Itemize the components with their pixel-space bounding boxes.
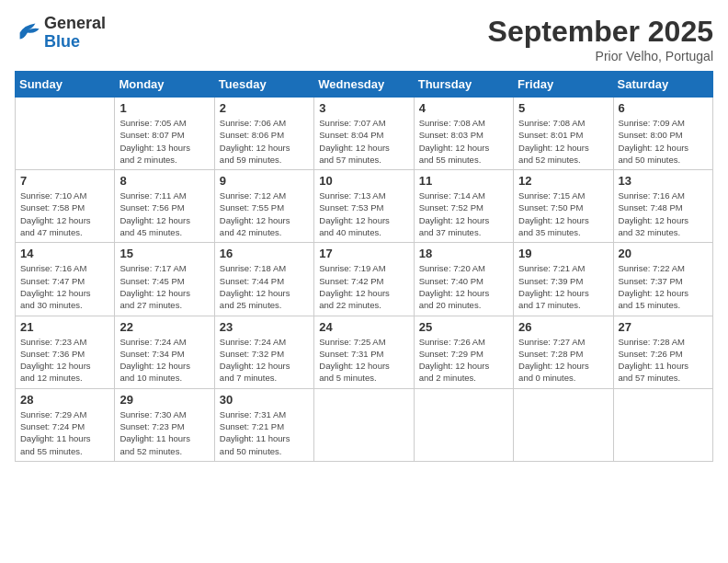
page-header: General Blue September 2025 Prior Velho,… xyxy=(15,15,713,63)
header-friday: Friday xyxy=(514,72,613,98)
calendar-week-row: 7Sunrise: 7:10 AMSunset: 7:58 PMDaylight… xyxy=(16,170,713,243)
day-number: 5 xyxy=(518,101,608,115)
day-info: Sunrise: 7:10 AMSunset: 7:58 PMDaylight:… xyxy=(20,190,109,238)
logo-bird-icon xyxy=(15,20,40,42)
day-number: 14 xyxy=(20,247,109,260)
table-row: 28Sunrise: 7:29 AMSunset: 7:24 PMDayligh… xyxy=(16,388,115,461)
day-number: 30 xyxy=(220,393,309,407)
header-thursday: Thursday xyxy=(414,72,513,98)
table-row xyxy=(16,98,115,170)
day-info: Sunrise: 7:28 AMSunset: 7:26 PMDaylight:… xyxy=(619,336,708,385)
header-tuesday: Tuesday xyxy=(214,72,313,98)
table-row: 5Sunrise: 7:08 AMSunset: 8:01 PMDaylight… xyxy=(514,98,613,170)
day-info: Sunrise: 7:21 AMSunset: 7:39 PMDaylight:… xyxy=(518,262,608,311)
table-row: 27Sunrise: 7:28 AMSunset: 7:26 PMDayligh… xyxy=(613,316,712,388)
calendar-table: Sunday Monday Tuesday Wednesday Thursday… xyxy=(15,71,713,462)
calendar-week-row: 21Sunrise: 7:23 AMSunset: 7:36 PMDayligh… xyxy=(16,316,713,388)
day-info: Sunrise: 7:24 AMSunset: 7:34 PMDaylight:… xyxy=(119,336,209,385)
calendar-week-row: 14Sunrise: 7:16 AMSunset: 7:47 PMDayligh… xyxy=(16,243,713,316)
table-row: 24Sunrise: 7:25 AMSunset: 7:31 PMDayligh… xyxy=(314,316,414,388)
table-row: 14Sunrise: 7:16 AMSunset: 7:47 PMDayligh… xyxy=(16,243,115,316)
day-info: Sunrise: 7:27 AMSunset: 7:28 PMDaylight:… xyxy=(518,336,608,385)
day-number: 4 xyxy=(419,101,508,115)
table-row: 21Sunrise: 7:23 AMSunset: 7:36 PMDayligh… xyxy=(16,316,115,388)
header-saturday: Saturday xyxy=(613,72,712,98)
day-number: 7 xyxy=(20,174,109,188)
day-info: Sunrise: 7:11 AMSunset: 7:56 PMDaylight:… xyxy=(119,190,209,238)
table-row: 4Sunrise: 7:08 AMSunset: 8:03 PMDaylight… xyxy=(414,98,513,170)
table-row xyxy=(613,388,712,461)
day-info: Sunrise: 7:25 AMSunset: 7:31 PMDaylight:… xyxy=(319,336,408,385)
day-info: Sunrise: 7:08 AMSunset: 8:01 PMDaylight:… xyxy=(518,117,608,166)
table-row: 29Sunrise: 7:30 AMSunset: 7:23 PMDayligh… xyxy=(115,388,214,461)
day-number: 9 xyxy=(220,174,309,188)
day-info: Sunrise: 7:08 AMSunset: 8:03 PMDaylight:… xyxy=(419,117,508,166)
day-info: Sunrise: 7:13 AMSunset: 7:53 PMDaylight:… xyxy=(319,190,408,238)
header-sunday: Sunday xyxy=(16,72,115,98)
month-title: September 2025 xyxy=(488,15,713,49)
table-row: 16Sunrise: 7:18 AMSunset: 7:44 PMDayligh… xyxy=(214,243,313,316)
day-info: Sunrise: 7:17 AMSunset: 7:45 PMDaylight:… xyxy=(119,262,209,311)
day-number: 29 xyxy=(119,393,209,407)
day-number: 15 xyxy=(119,247,209,260)
day-number: 22 xyxy=(119,320,209,334)
table-row xyxy=(514,388,613,461)
table-row: 22Sunrise: 7:24 AMSunset: 7:34 PMDayligh… xyxy=(115,316,214,388)
day-number: 10 xyxy=(319,174,408,188)
table-row: 23Sunrise: 7:24 AMSunset: 7:32 PMDayligh… xyxy=(214,316,313,388)
table-row: 2Sunrise: 7:06 AMSunset: 8:06 PMDaylight… xyxy=(214,98,313,170)
day-number: 3 xyxy=(319,101,408,115)
day-info: Sunrise: 7:09 AMSunset: 8:00 PMDaylight:… xyxy=(619,117,708,166)
calendar-week-row: 1Sunrise: 7:05 AMSunset: 8:07 PMDaylight… xyxy=(16,98,713,170)
day-info: Sunrise: 7:24 AMSunset: 7:32 PMDaylight:… xyxy=(220,336,309,385)
table-row: 3Sunrise: 7:07 AMSunset: 8:04 PMDaylight… xyxy=(314,98,414,170)
day-number: 21 xyxy=(20,320,109,334)
header-monday: Monday xyxy=(115,72,214,98)
table-row: 12Sunrise: 7:15 AMSunset: 7:50 PMDayligh… xyxy=(514,170,613,243)
day-number: 26 xyxy=(518,320,608,334)
day-number: 2 xyxy=(220,101,309,115)
day-info: Sunrise: 7:15 AMSunset: 7:50 PMDaylight:… xyxy=(518,190,608,238)
title-section: September 2025 Prior Velho, Portugal xyxy=(488,15,713,63)
day-info: Sunrise: 7:16 AMSunset: 7:47 PMDaylight:… xyxy=(20,262,109,311)
table-row: 13Sunrise: 7:16 AMSunset: 7:48 PMDayligh… xyxy=(613,170,712,243)
table-row xyxy=(314,388,414,461)
day-number: 6 xyxy=(619,101,708,115)
logo: General Blue xyxy=(15,15,106,52)
table-row: 20Sunrise: 7:22 AMSunset: 7:37 PMDayligh… xyxy=(613,243,712,316)
day-number: 8 xyxy=(119,174,209,188)
day-info: Sunrise: 7:06 AMSunset: 8:06 PMDaylight:… xyxy=(220,117,309,166)
table-row: 6Sunrise: 7:09 AMSunset: 8:00 PMDaylight… xyxy=(613,98,712,170)
table-row: 26Sunrise: 7:27 AMSunset: 7:28 PMDayligh… xyxy=(514,316,613,388)
table-row: 17Sunrise: 7:19 AMSunset: 7:42 PMDayligh… xyxy=(314,243,414,316)
day-info: Sunrise: 7:16 AMSunset: 7:48 PMDaylight:… xyxy=(619,190,708,238)
table-row: 9Sunrise: 7:12 AMSunset: 7:55 PMDaylight… xyxy=(214,170,313,243)
day-number: 27 xyxy=(619,320,708,334)
day-info: Sunrise: 7:12 AMSunset: 7:55 PMDaylight:… xyxy=(220,190,309,238)
day-info: Sunrise: 7:18 AMSunset: 7:44 PMDaylight:… xyxy=(220,262,309,311)
table-row: 1Sunrise: 7:05 AMSunset: 8:07 PMDaylight… xyxy=(115,98,214,170)
table-row: 11Sunrise: 7:14 AMSunset: 7:52 PMDayligh… xyxy=(414,170,513,243)
logo-blue-text: Blue xyxy=(44,32,80,51)
day-info: Sunrise: 7:05 AMSunset: 8:07 PMDaylight:… xyxy=(119,117,209,166)
day-number: 28 xyxy=(20,393,109,407)
table-row: 8Sunrise: 7:11 AMSunset: 7:56 PMDaylight… xyxy=(115,170,214,243)
table-row: 18Sunrise: 7:20 AMSunset: 7:40 PMDayligh… xyxy=(414,243,513,316)
day-number: 18 xyxy=(419,247,508,260)
table-row: 19Sunrise: 7:21 AMSunset: 7:39 PMDayligh… xyxy=(514,243,613,316)
table-row: 30Sunrise: 7:31 AMSunset: 7:21 PMDayligh… xyxy=(214,388,313,461)
day-number: 19 xyxy=(518,247,608,260)
location-subtitle: Prior Velho, Portugal xyxy=(488,49,713,63)
logo-general-text: General xyxy=(44,14,106,32)
day-info: Sunrise: 7:20 AMSunset: 7:40 PMDaylight:… xyxy=(419,262,508,311)
calendar-header-row: Sunday Monday Tuesday Wednesday Thursday… xyxy=(16,72,713,98)
day-number: 1 xyxy=(119,101,209,115)
day-info: Sunrise: 7:29 AMSunset: 7:24 PMDaylight:… xyxy=(20,408,109,457)
table-row: 10Sunrise: 7:13 AMSunset: 7:53 PMDayligh… xyxy=(314,170,414,243)
day-number: 11 xyxy=(419,174,508,188)
day-info: Sunrise: 7:07 AMSunset: 8:04 PMDaylight:… xyxy=(319,117,408,166)
table-row: 25Sunrise: 7:26 AMSunset: 7:29 PMDayligh… xyxy=(414,316,513,388)
day-info: Sunrise: 7:23 AMSunset: 7:36 PMDaylight:… xyxy=(20,336,109,385)
day-number: 13 xyxy=(619,174,708,188)
day-number: 16 xyxy=(220,247,309,260)
